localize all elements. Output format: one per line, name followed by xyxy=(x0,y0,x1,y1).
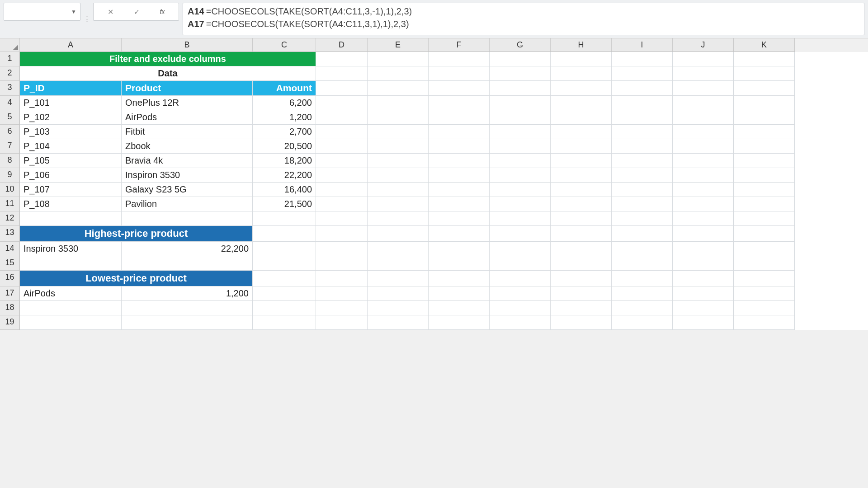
cell[interactable] xyxy=(612,286,673,301)
cell[interactable] xyxy=(368,168,429,183)
cell[interactable] xyxy=(490,125,551,139)
cell-product[interactable]: Inspiron 3530 xyxy=(122,168,253,183)
cell[interactable] xyxy=(253,242,316,256)
cell[interactable] xyxy=(316,197,368,211)
cell[interactable] xyxy=(612,168,673,183)
row-header[interactable]: 17 xyxy=(0,286,20,301)
cell[interactable] xyxy=(673,301,734,315)
cell[interactable] xyxy=(316,110,368,125)
cell[interactable] xyxy=(734,211,795,226)
cell[interactable] xyxy=(673,66,734,81)
cell[interactable] xyxy=(316,211,368,226)
cell[interactable] xyxy=(490,315,551,330)
cell[interactable] xyxy=(673,168,734,183)
cell[interactable] xyxy=(612,183,673,197)
cell[interactable] xyxy=(253,301,316,315)
highest-product[interactable]: Inspiron 3530 xyxy=(20,242,122,256)
col-header[interactable]: D xyxy=(316,38,368,52)
cell[interactable] xyxy=(612,96,673,110)
cell[interactable] xyxy=(673,271,734,286)
cell[interactable] xyxy=(673,154,734,168)
row-header[interactable]: 4 xyxy=(0,96,20,110)
cell[interactable] xyxy=(490,211,551,226)
cell[interactable] xyxy=(368,125,429,139)
cell[interactable] xyxy=(734,286,795,301)
cell[interactable] xyxy=(734,301,795,315)
cell-pid[interactable]: P_105 xyxy=(20,154,122,168)
cell[interactable] xyxy=(551,271,612,286)
cell[interactable] xyxy=(734,66,795,81)
cell[interactable] xyxy=(429,286,490,301)
cell[interactable] xyxy=(734,81,795,96)
cell[interactable] xyxy=(368,66,429,81)
cell[interactable] xyxy=(368,154,429,168)
cancel-icon[interactable]: ✕ xyxy=(108,8,113,16)
cell[interactable] xyxy=(490,271,551,286)
cell[interactable] xyxy=(612,226,673,242)
cell[interactable] xyxy=(490,226,551,242)
cell[interactable] xyxy=(551,81,612,96)
cell[interactable] xyxy=(429,315,490,330)
cell[interactable] xyxy=(429,226,490,242)
cell[interactable] xyxy=(551,96,612,110)
cell[interactable] xyxy=(20,315,122,330)
cell[interactable] xyxy=(612,81,673,96)
cell[interactable] xyxy=(734,139,795,154)
col-header[interactable]: E xyxy=(368,38,429,52)
cell-pid[interactable]: P_102 xyxy=(20,110,122,125)
cell-amount[interactable]: 6,200 xyxy=(253,96,316,110)
cell-amount[interactable]: 1,200 xyxy=(253,110,316,125)
cell[interactable] xyxy=(551,301,612,315)
cell[interactable] xyxy=(612,242,673,256)
cell[interactable] xyxy=(316,81,368,96)
col-header[interactable]: C xyxy=(253,38,316,52)
sheet-title[interactable]: Filter and exclude columns xyxy=(20,52,316,66)
cell[interactable] xyxy=(673,197,734,211)
cell[interactable] xyxy=(551,183,612,197)
formula-input[interactable]: A14 =CHOOSECOLS(TAKE(SORT(A4:C11,3,-1),1… xyxy=(183,3,864,35)
cell[interactable] xyxy=(612,256,673,271)
cell[interactable] xyxy=(368,271,429,286)
cell[interactable] xyxy=(551,226,612,242)
row-header[interactable]: 3 xyxy=(0,81,20,96)
cell[interactable] xyxy=(368,301,429,315)
cell[interactable] xyxy=(734,96,795,110)
cell[interactable] xyxy=(673,183,734,197)
cell[interactable] xyxy=(368,197,429,211)
cell-product[interactable]: Bravia 4k xyxy=(122,154,253,168)
select-all-corner[interactable] xyxy=(0,38,20,52)
cell[interactable] xyxy=(316,125,368,139)
row-header[interactable]: 18 xyxy=(0,301,20,315)
cell[interactable] xyxy=(551,110,612,125)
cell[interactable] xyxy=(551,125,612,139)
cell[interactable] xyxy=(673,96,734,110)
cell[interactable] xyxy=(551,168,612,183)
cell[interactable] xyxy=(490,286,551,301)
row-header[interactable]: 19 xyxy=(0,315,20,330)
cell[interactable] xyxy=(734,197,795,211)
cell[interactable] xyxy=(368,211,429,226)
cell[interactable] xyxy=(368,139,429,154)
cell[interactable] xyxy=(316,154,368,168)
cell[interactable] xyxy=(612,110,673,125)
cell[interactable] xyxy=(20,211,122,226)
cell[interactable] xyxy=(734,315,795,330)
cell[interactable] xyxy=(253,256,316,271)
cell[interactable] xyxy=(490,81,551,96)
cell-amount[interactable]: 18,200 xyxy=(253,154,316,168)
section-label-lowest[interactable]: Lowest-price product xyxy=(20,271,253,286)
chevron-down-icon[interactable]: ▼ xyxy=(71,9,76,15)
fx-icon[interactable]: fx xyxy=(160,8,165,15)
enter-icon[interactable]: ✓ xyxy=(134,8,140,16)
cell[interactable] xyxy=(368,81,429,96)
cell[interactable] xyxy=(551,197,612,211)
cell[interactable] xyxy=(490,66,551,81)
col-header[interactable]: B xyxy=(122,38,253,52)
cell[interactable] xyxy=(612,52,673,66)
cell[interactable] xyxy=(490,154,551,168)
cell-pid[interactable]: P_104 xyxy=(20,139,122,154)
cell[interactable] xyxy=(316,226,368,242)
row-header[interactable]: 14 xyxy=(0,242,20,256)
cell[interactable] xyxy=(429,168,490,183)
cell[interactable] xyxy=(122,256,253,271)
